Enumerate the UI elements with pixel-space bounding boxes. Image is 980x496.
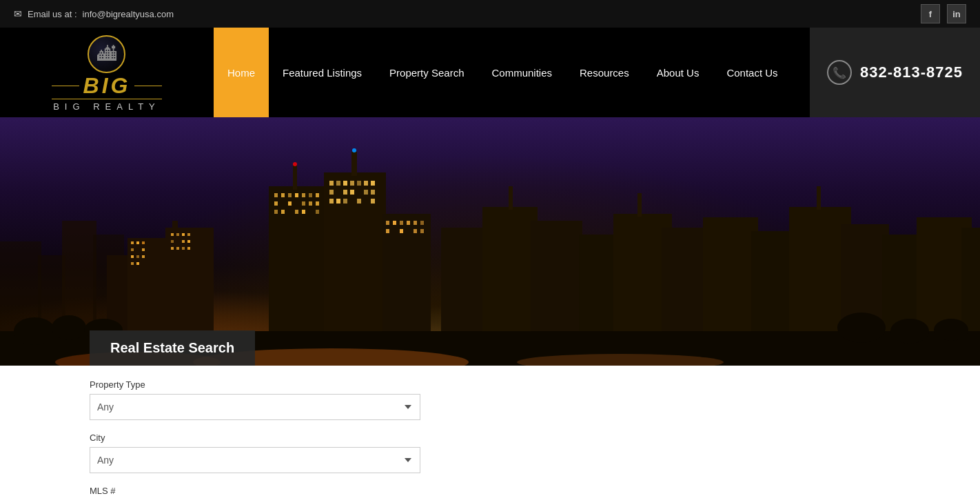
svg-rect-11 <box>142 241 145 244</box>
logo-realty-text: Big Realty <box>53 101 161 112</box>
email-prefix: Email us at : <box>28 9 77 19</box>
svg-rect-79 <box>386 229 389 233</box>
svg-rect-35 <box>274 193 278 197</box>
facebook-icon[interactable]: f <box>921 4 940 23</box>
city-group: City Any Houston Dallas Austin San Anton… <box>90 433 890 473</box>
nav-item-home[interactable]: Home <box>214 28 269 117</box>
header: 🏙 BIG Big Realty Home Featured Listings … <box>0 28 980 117</box>
svg-rect-44 <box>302 201 305 206</box>
svg-rect-70 <box>357 199 361 204</box>
svg-rect-39 <box>302 193 305 197</box>
nav-link-about[interactable]: About Us <box>643 28 713 117</box>
nav-item-communities[interactable]: Communities <box>478 28 566 117</box>
phone-area: 📞 832-813-8725 <box>810 28 980 117</box>
svg-rect-48 <box>281 210 285 214</box>
svg-rect-97 <box>817 186 821 210</box>
nav-link-home[interactable]: Home <box>214 28 269 117</box>
city-skyline-svg <box>0 117 980 366</box>
svg-rect-27 <box>187 240 190 243</box>
svg-rect-74 <box>393 221 396 225</box>
phone-icon: 📞 <box>827 60 852 85</box>
svg-rect-18 <box>136 262 139 265</box>
svg-rect-88 <box>509 186 513 210</box>
svg-rect-37 <box>288 193 292 197</box>
phone-number[interactable]: 832-813-8725 <box>860 63 963 81</box>
nav-link-contact[interactable]: Contact Us <box>713 28 791 117</box>
svg-rect-49 <box>295 210 298 214</box>
nav-item-featured[interactable]: Featured Listings <box>269 28 376 117</box>
form-area: Property Type Any House Condo Townhouse … <box>0 366 980 496</box>
svg-rect-56 <box>336 181 340 186</box>
nav-link-property-search[interactable]: Property Search <box>376 28 478 117</box>
nav-item-about[interactable]: About Us <box>643 28 713 117</box>
svg-rect-41 <box>316 193 319 197</box>
svg-rect-81 <box>414 229 417 233</box>
svg-rect-26 <box>182 240 185 243</box>
svg-rect-60 <box>364 181 368 186</box>
svg-rect-13 <box>142 248 145 251</box>
svg-rect-51 <box>316 210 319 214</box>
linkedin-icon[interactable]: in <box>947 4 966 23</box>
svg-rect-42 <box>274 201 278 206</box>
svg-rect-58 <box>350 181 354 186</box>
logo: 🏙 BIG Big Realty <box>52 33 163 112</box>
svg-rect-64 <box>350 190 354 195</box>
svg-rect-53 <box>351 152 357 176</box>
svg-rect-75 <box>400 221 403 225</box>
nav-item-resources[interactable]: Resources <box>566 28 643 117</box>
svg-rect-62 <box>329 190 334 195</box>
svg-rect-63 <box>343 190 347 195</box>
hero-section: Real Estate Search <box>0 117 980 366</box>
svg-rect-68 <box>336 199 340 204</box>
nav-item-property-search[interactable]: Property Search <box>376 28 478 117</box>
email-icon: ✉ <box>14 8 22 19</box>
svg-rect-78 <box>420 221 424 225</box>
property-type-select[interactable]: Any House Condo Townhouse Land Commercia… <box>90 394 420 420</box>
svg-rect-16 <box>142 255 145 258</box>
svg-rect-57 <box>343 181 347 186</box>
top-bar: ✉ Email us at : info@bigrealtyusa.com f … <box>0 0 980 28</box>
svg-rect-15 <box>136 255 139 258</box>
svg-rect-21 <box>171 233 174 236</box>
svg-rect-92 <box>637 193 642 217</box>
social-links: f in <box>921 4 966 23</box>
svg-rect-71 <box>371 199 375 204</box>
mls-group: MLS # <box>90 486 890 496</box>
logo-globe-container: 🏙 <box>86 33 127 75</box>
property-type-label: Property Type <box>90 379 890 390</box>
logo-line-right <box>134 86 162 86</box>
svg-rect-43 <box>288 201 292 206</box>
svg-rect-65 <box>364 190 368 195</box>
svg-rect-67 <box>329 199 334 204</box>
search-section: Real Estate Search <box>0 330 980 366</box>
svg-rect-33 <box>293 166 297 190</box>
email-address[interactable]: info@bigrealtyusa.com <box>83 9 174 19</box>
nav-item-contact[interactable]: Contact Us <box>713 28 791 117</box>
nav-link-featured[interactable]: Featured Listings <box>269 28 376 117</box>
svg-rect-45 <box>309 201 312 206</box>
city-label: City <box>90 433 890 443</box>
svg-rect-66 <box>371 190 375 195</box>
svg-rect-55 <box>329 181 334 186</box>
svg-rect-28 <box>171 247 174 250</box>
svg-rect-25 <box>171 240 174 243</box>
svg-rect-76 <box>407 221 410 225</box>
svg-rect-22 <box>176 233 179 236</box>
svg-rect-80 <box>400 229 403 233</box>
logo-area[interactable]: 🏙 BIG Big Realty <box>0 28 214 117</box>
svg-rect-23 <box>182 233 185 236</box>
svg-point-54 <box>352 148 356 152</box>
nav-link-resources[interactable]: Resources <box>566 28 643 117</box>
svg-rect-77 <box>414 221 417 225</box>
logo-underline <box>52 99 162 99</box>
main-nav: Home Featured Listings Property Search C… <box>214 28 980 117</box>
top-bar-email: ✉ Email us at : info@bigrealtyusa.com <box>14 8 174 19</box>
search-tab-label: Real Estate Search <box>90 330 255 366</box>
svg-rect-38 <box>295 193 298 197</box>
city-select[interactable]: Any Houston Dallas Austin San Antonio <box>90 447 420 473</box>
svg-rect-10 <box>136 241 139 244</box>
svg-rect-61 <box>371 181 375 186</box>
nav-link-communities[interactable]: Communities <box>478 28 566 117</box>
property-type-group: Property Type Any House Condo Townhouse … <box>90 379 890 420</box>
logo-line-left <box>52 86 79 86</box>
